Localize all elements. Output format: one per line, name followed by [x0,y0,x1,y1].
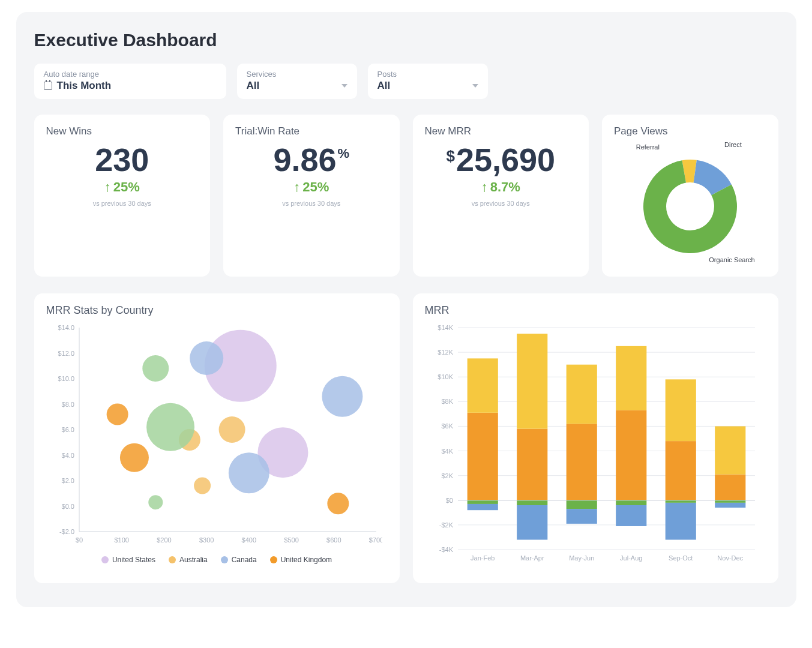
svg-text:$2.0: $2.0 [61,477,74,484]
svg-text:$0: $0 [75,536,82,544]
legend-label: Canada [232,556,257,564]
svg-point-26 [322,376,362,417]
bubble-legend: United StatesAustraliaCanadaUnited Kingd… [46,556,388,564]
svg-text:$14K: $14K [438,324,453,331]
svg-text:$0.0: $0.0 [61,503,74,510]
svg-rect-75 [665,500,696,503]
svg-text:$6.0: $6.0 [61,426,74,433]
svg-text:$400: $400 [241,536,256,544]
chart-card-bar: MRR -$4K-$2K$0$2K$4K$6K$8K$10K$12K$14KJa… [413,293,778,583]
legend-item: United States [101,556,155,564]
svg-rect-73 [665,441,696,500]
svg-rect-61 [517,505,547,540]
svg-point-27 [106,404,128,425]
svg-rect-69 [616,346,646,410]
filter-services-value: All [247,80,260,92]
svg-point-30 [142,355,169,382]
kpi-cards-row: New Wins 230 ↑25% vs previous 30 days Tr… [34,115,778,277]
svg-text:$600: $600 [326,536,341,544]
svg-text:Nov-Dec: Nov-Dec [717,554,743,562]
svg-rect-76 [665,503,696,540]
svg-rect-60 [517,500,547,505]
svg-text:-$2K: -$2K [439,521,453,529]
svg-rect-68 [616,410,646,500]
arrow-up-icon: ↑ [293,179,300,195]
svg-rect-74 [665,379,696,441]
kpi-card-trial-rate: Trial:Win Rate 9.86 % ↑25% vs previous 3… [223,115,400,277]
svg-text:$14.0: $14.0 [58,324,74,331]
svg-rect-56 [467,504,498,510]
chevron-down-icon [341,84,347,88]
bubble-chart: -$2.0$0.0$2.0$4.0$6.0$8.0$10.0$12.0$14.0… [46,322,382,550]
legend-label: Australia [179,556,208,564]
chart-title: MRR Stats by Country [46,304,388,317]
svg-point-23 [218,416,245,443]
kpi-value: 9.86 [273,143,336,176]
svg-rect-63 [566,424,597,500]
svg-rect-79 [715,426,745,474]
kpi-title: Page Views [614,125,766,137]
kpi-title: Trial:Win Rate [235,125,388,137]
svg-text:$500: $500 [284,536,298,544]
donut-label-organic: Organic Search [709,256,754,263]
kpi-value: 230 [95,143,149,176]
arrow-up-icon: ↑ [104,179,111,195]
svg-text:$0: $0 [445,497,453,504]
filters-row: Auto date range This Month Services All … [34,64,778,99]
kpi-footnote: vs previous 30 days [425,200,577,207]
donut-label-direct: Direct [724,141,742,148]
svg-point-25 [228,452,269,493]
svg-rect-70 [616,500,646,505]
svg-text:Mar-Apr: Mar-Apr [520,554,544,562]
svg-rect-80 [715,500,745,503]
svg-point-29 [327,493,349,514]
svg-text:$8.0: $8.0 [61,401,74,408]
chart-card-bubble: MRR Stats by Country -$2.0$0.0$2.0$4.0$6… [34,293,400,583]
filter-posts[interactable]: Posts All [368,64,488,99]
legend-dot-icon [221,556,228,563]
svg-rect-81 [715,503,745,508]
svg-rect-66 [566,509,597,524]
filter-date-value: This Month [57,80,112,92]
kpi-card-page-views: Page Views Referral Direct Organic Searc… [602,115,778,277]
legend-label: United States [112,556,155,564]
svg-text:$12.0: $12.0 [58,350,74,357]
svg-rect-78 [715,475,745,500]
svg-text:$12K: $12K [438,349,453,356]
arrow-up-icon: ↑ [481,179,488,195]
svg-rect-65 [566,500,597,509]
svg-text:$10.0: $10.0 [58,375,74,382]
svg-text:$4.0: $4.0 [61,452,74,459]
filter-services-label: Services [247,70,347,79]
filter-date-label: Auto date range [44,70,217,79]
legend-dot-icon [101,556,109,563]
dashboard-container: Executive Dashboard Auto date range This… [16,12,796,607]
filter-date-range[interactable]: Auto date range This Month [34,64,226,99]
kpi-suffix: % [338,147,350,160]
svg-text:$4K: $4K [441,448,453,455]
svg-text:-$4K: -$4K [439,546,453,553]
filter-services[interactable]: Services All [237,64,357,99]
kpi-change: ↑8.7% [425,179,577,195]
kpi-footnote: vs previous 30 days [235,200,388,207]
svg-text:$6K: $6K [441,422,453,430]
donut-chart: Referral Direct Organic Search [630,143,750,263]
svg-point-22 [194,478,211,494]
kpi-footnote: vs previous 30 days [46,200,199,207]
svg-text:$2K: $2K [441,472,453,479]
svg-rect-58 [517,429,547,500]
svg-text:Jul-Aug: Jul-Aug [620,554,642,562]
legend-dot-icon [270,556,277,563]
filter-posts-label: Posts [377,70,478,79]
svg-rect-55 [467,500,498,504]
svg-rect-59 [517,334,547,428]
svg-rect-54 [467,358,498,412]
svg-text:May-Jun: May-Jun [569,554,594,562]
page-title: Executive Dashboard [34,30,778,50]
bar-chart: -$4K-$2K$0$2K$4K$6K$8K$10K$12K$14KJan-Fe… [425,322,761,568]
kpi-prefix: $ [446,148,454,164]
calendar-icon [44,82,52,90]
kpi-title: New Wins [46,125,199,137]
svg-text:$10K: $10K [438,373,453,380]
svg-text:$8K: $8K [441,398,453,405]
